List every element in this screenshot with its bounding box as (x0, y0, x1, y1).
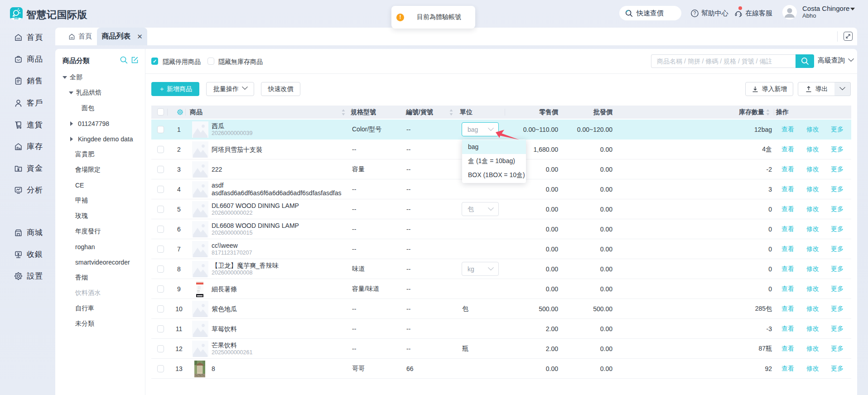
svg-text:intl: intl (14, 17, 19, 20)
svg-text:?: ? (694, 11, 696, 16)
